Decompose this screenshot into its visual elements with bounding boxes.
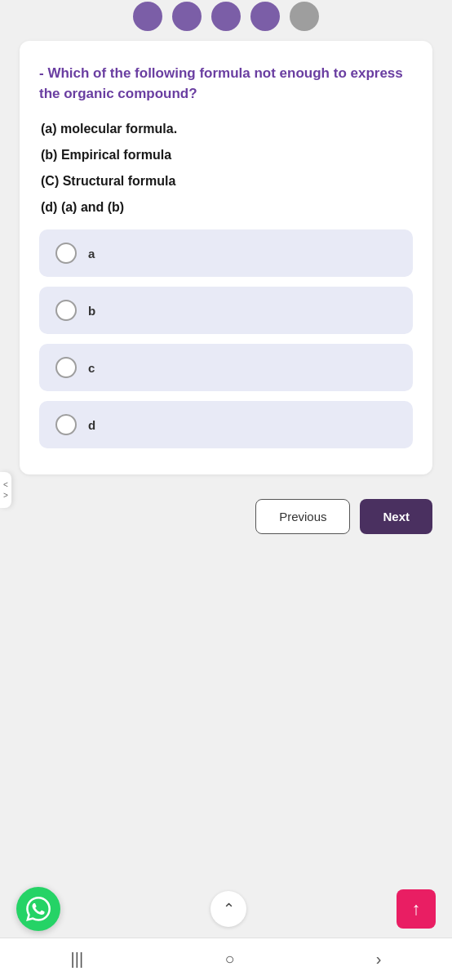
radio-option-d[interactable]: d: [39, 401, 413, 448]
arrow-up-icon: ↑: [412, 898, 421, 920]
radio-group: a b c d: [39, 229, 413, 448]
up-arrow-icon: ⌃: [223, 900, 235, 918]
radio-label-c: c: [88, 361, 95, 375]
question-card: - Which of the following formula not eno…: [20, 41, 432, 474]
radio-circle-c: [55, 357, 77, 378]
radio-option-c[interactable]: c: [39, 344, 413, 391]
bottom-nav-bar: ||| ○ ›: [0, 938, 452, 980]
radio-option-b[interactable]: b: [39, 287, 413, 334]
option-a-label: (a) molecular formula.: [39, 122, 413, 136]
sidebar-toggle-label: <: [3, 480, 8, 489]
top-button[interactable]: ↑: [397, 889, 436, 929]
previous-button[interactable]: Previous: [255, 499, 350, 534]
whatsapp-icon: [26, 897, 51, 921]
sidebar-toggle-label2: >: [3, 491, 8, 500]
progress-dot-2: [172, 2, 202, 31]
radio-option-a[interactable]: a: [39, 229, 413, 277]
progress-dot-4: [250, 2, 280, 31]
question-text: - Which of the following formula not eno…: [39, 64, 413, 104]
navigation-buttons: Previous Next: [0, 483, 452, 542]
radio-circle-d: [55, 414, 77, 435]
progress-dot-3: [211, 2, 241, 31]
radio-label-d: d: [88, 418, 95, 432]
radio-circle-b: [55, 300, 77, 321]
radio-label-a: a: [88, 247, 95, 261]
option-b-label: (b) Empirical formula: [39, 148, 413, 163]
scroll-up-button[interactable]: ⌃: [210, 891, 246, 927]
progress-dot-1: [133, 2, 162, 31]
progress-dots: [0, 0, 452, 33]
whatsapp-button[interactable]: [16, 887, 60, 931]
option-d-label: (d) (a) and (b): [39, 200, 413, 215]
progress-dot-5: [290, 2, 319, 31]
nav-forward-icon[interactable]: ›: [360, 943, 398, 975]
nav-menu-icon[interactable]: |||: [55, 943, 100, 975]
bottom-actions: ⌃ ↑: [0, 887, 452, 931]
next-button[interactable]: Next: [360, 499, 432, 534]
radio-label-b: b: [88, 304, 95, 318]
sidebar-toggle[interactable]: < >: [0, 472, 11, 508]
radio-circle-a: [55, 243, 77, 264]
nav-home-icon[interactable]: ○: [208, 943, 250, 975]
option-c-label: (C) Structural formula: [39, 174, 413, 189]
